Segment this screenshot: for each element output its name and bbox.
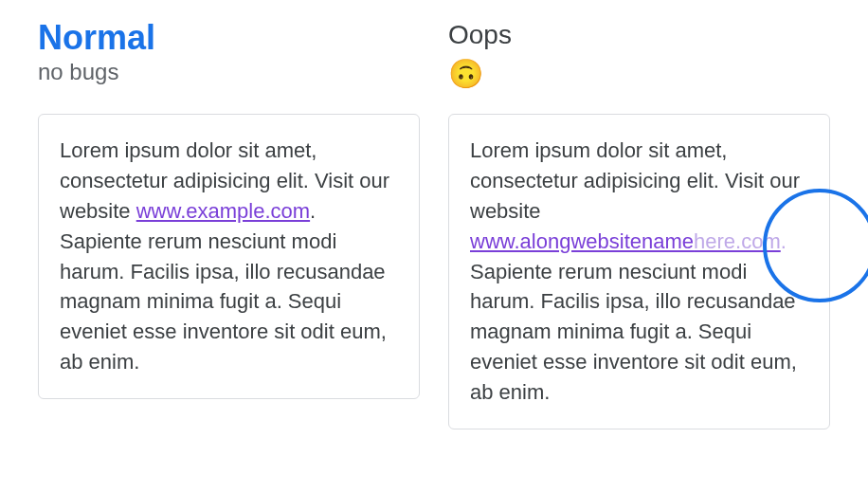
header-oops: Oops 🙃 <box>448 19 830 95</box>
link-oops[interactable]: www.alongwebsitenamehere.com <box>470 229 781 253</box>
column-normal: Normal no bugs Lorem ipsum dolor sit ame… <box>38 19 420 429</box>
title-oops: Oops <box>448 19 830 51</box>
text-after-oops: Sapiente rerum nesciunt modi harum. Faci… <box>470 260 797 405</box>
card-normal: Lorem ipsum dolor sit amet, consectetur … <box>38 114 420 399</box>
upside-down-face-icon: 🙃 <box>448 57 830 90</box>
text-after-normal: . Sapiente rerum nesciunt modi harum. Fa… <box>60 199 387 374</box>
paragraph-normal: Lorem ipsum dolor sit amet, consectetur … <box>60 136 398 377</box>
subtitle-normal: no bugs <box>38 59 420 85</box>
column-oops: Oops 🙃 Lorem ipsum dolor sit amet, conse… <box>448 19 830 429</box>
card-oops: Lorem ipsum dolor sit amet, consectetur … <box>448 114 830 429</box>
title-normal: Normal <box>38 19 420 57</box>
comparison-columns: Normal no bugs Lorem ipsum dolor sit ame… <box>38 19 830 429</box>
text-before-oops: Lorem ipsum dolor sit amet, consectetur … <box>470 138 800 223</box>
header-normal: Normal no bugs <box>38 19 420 95</box>
link-oops-visible: www.alongwebsitename <box>470 229 694 253</box>
period-oops: . <box>781 229 787 253</box>
link-normal[interactable]: www.example.com <box>136 199 310 223</box>
link-oops-overflow: here.com <box>694 229 781 253</box>
paragraph-oops: Lorem ipsum dolor sit amet, consectetur … <box>470 136 808 408</box>
